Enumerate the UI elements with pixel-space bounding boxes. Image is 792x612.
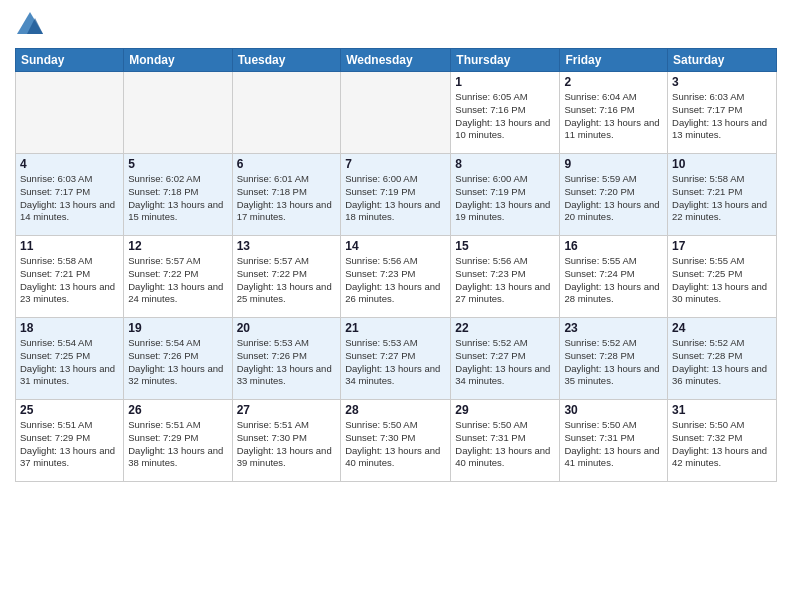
calendar-cell: 6Sunrise: 6:01 AMSunset: 7:18 PMDaylight… bbox=[232, 154, 341, 236]
day-info: Sunrise: 5:57 AMSunset: 7:22 PMDaylight:… bbox=[237, 255, 337, 306]
day-info: Sunrise: 5:51 AMSunset: 7:29 PMDaylight:… bbox=[20, 419, 119, 470]
calendar-cell: 26Sunrise: 5:51 AMSunset: 7:29 PMDayligh… bbox=[124, 400, 232, 482]
day-header-sunday: Sunday bbox=[16, 49, 124, 72]
day-number: 12 bbox=[128, 239, 227, 253]
calendar-cell: 24Sunrise: 5:52 AMSunset: 7:28 PMDayligh… bbox=[668, 318, 777, 400]
calendar-cell: 3Sunrise: 6:03 AMSunset: 7:17 PMDaylight… bbox=[668, 72, 777, 154]
day-number: 20 bbox=[237, 321, 337, 335]
day-number: 21 bbox=[345, 321, 446, 335]
calendar-table: SundayMondayTuesdayWednesdayThursdayFrid… bbox=[15, 48, 777, 482]
day-info: Sunrise: 5:53 AMSunset: 7:26 PMDaylight:… bbox=[237, 337, 337, 388]
day-info: Sunrise: 5:52 AMSunset: 7:28 PMDaylight:… bbox=[564, 337, 663, 388]
day-number: 8 bbox=[455, 157, 555, 171]
day-number: 3 bbox=[672, 75, 772, 89]
day-number: 6 bbox=[237, 157, 337, 171]
calendar-cell: 17Sunrise: 5:55 AMSunset: 7:25 PMDayligh… bbox=[668, 236, 777, 318]
day-number: 31 bbox=[672, 403, 772, 417]
calendar-cell: 16Sunrise: 5:55 AMSunset: 7:24 PMDayligh… bbox=[560, 236, 668, 318]
day-number: 28 bbox=[345, 403, 446, 417]
day-info: Sunrise: 5:51 AMSunset: 7:29 PMDaylight:… bbox=[128, 419, 227, 470]
day-info: Sunrise: 6:01 AMSunset: 7:18 PMDaylight:… bbox=[237, 173, 337, 224]
day-number: 1 bbox=[455, 75, 555, 89]
calendar-cell: 27Sunrise: 5:51 AMSunset: 7:30 PMDayligh… bbox=[232, 400, 341, 482]
calendar-cell bbox=[124, 72, 232, 154]
logo bbox=[15, 10, 49, 40]
calendar-cell: 11Sunrise: 5:58 AMSunset: 7:21 PMDayligh… bbox=[16, 236, 124, 318]
day-info: Sunrise: 5:56 AMSunset: 7:23 PMDaylight:… bbox=[455, 255, 555, 306]
day-info: Sunrise: 6:05 AMSunset: 7:16 PMDaylight:… bbox=[455, 91, 555, 142]
calendar-cell: 1Sunrise: 6:05 AMSunset: 7:16 PMDaylight… bbox=[451, 72, 560, 154]
day-number: 23 bbox=[564, 321, 663, 335]
calendar-cell: 13Sunrise: 5:57 AMSunset: 7:22 PMDayligh… bbox=[232, 236, 341, 318]
day-info: Sunrise: 5:50 AMSunset: 7:32 PMDaylight:… bbox=[672, 419, 772, 470]
day-info: Sunrise: 6:03 AMSunset: 7:17 PMDaylight:… bbox=[672, 91, 772, 142]
day-number: 10 bbox=[672, 157, 772, 171]
calendar-cell: 20Sunrise: 5:53 AMSunset: 7:26 PMDayligh… bbox=[232, 318, 341, 400]
calendar-week-1: 1Sunrise: 6:05 AMSunset: 7:16 PMDaylight… bbox=[16, 72, 777, 154]
day-number: 30 bbox=[564, 403, 663, 417]
calendar-cell: 9Sunrise: 5:59 AMSunset: 7:20 PMDaylight… bbox=[560, 154, 668, 236]
calendar-cell: 30Sunrise: 5:50 AMSunset: 7:31 PMDayligh… bbox=[560, 400, 668, 482]
logo-icon bbox=[15, 10, 45, 40]
day-number: 22 bbox=[455, 321, 555, 335]
header-row: SundayMondayTuesdayWednesdayThursdayFrid… bbox=[16, 49, 777, 72]
calendar-cell: 21Sunrise: 5:53 AMSunset: 7:27 PMDayligh… bbox=[341, 318, 451, 400]
calendar-cell: 2Sunrise: 6:04 AMSunset: 7:16 PMDaylight… bbox=[560, 72, 668, 154]
calendar-week-5: 25Sunrise: 5:51 AMSunset: 7:29 PMDayligh… bbox=[16, 400, 777, 482]
day-info: Sunrise: 5:59 AMSunset: 7:20 PMDaylight:… bbox=[564, 173, 663, 224]
calendar-week-2: 4Sunrise: 6:03 AMSunset: 7:17 PMDaylight… bbox=[16, 154, 777, 236]
day-number: 24 bbox=[672, 321, 772, 335]
day-number: 13 bbox=[237, 239, 337, 253]
day-header-monday: Monday bbox=[124, 49, 232, 72]
calendar-week-3: 11Sunrise: 5:58 AMSunset: 7:21 PMDayligh… bbox=[16, 236, 777, 318]
day-number: 19 bbox=[128, 321, 227, 335]
calendar-cell: 18Sunrise: 5:54 AMSunset: 7:25 PMDayligh… bbox=[16, 318, 124, 400]
day-number: 16 bbox=[564, 239, 663, 253]
day-info: Sunrise: 6:00 AMSunset: 7:19 PMDaylight:… bbox=[345, 173, 446, 224]
day-number: 29 bbox=[455, 403, 555, 417]
day-number: 26 bbox=[128, 403, 227, 417]
day-number: 18 bbox=[20, 321, 119, 335]
day-info: Sunrise: 5:53 AMSunset: 7:27 PMDaylight:… bbox=[345, 337, 446, 388]
day-info: Sunrise: 5:56 AMSunset: 7:23 PMDaylight:… bbox=[345, 255, 446, 306]
day-info: Sunrise: 6:03 AMSunset: 7:17 PMDaylight:… bbox=[20, 173, 119, 224]
day-info: Sunrise: 6:00 AMSunset: 7:19 PMDaylight:… bbox=[455, 173, 555, 224]
calendar-week-4: 18Sunrise: 5:54 AMSunset: 7:25 PMDayligh… bbox=[16, 318, 777, 400]
day-number: 5 bbox=[128, 157, 227, 171]
calendar-cell bbox=[341, 72, 451, 154]
day-number: 27 bbox=[237, 403, 337, 417]
calendar-cell bbox=[16, 72, 124, 154]
day-info: Sunrise: 5:55 AMSunset: 7:24 PMDaylight:… bbox=[564, 255, 663, 306]
calendar-cell: 22Sunrise: 5:52 AMSunset: 7:27 PMDayligh… bbox=[451, 318, 560, 400]
day-number: 9 bbox=[564, 157, 663, 171]
day-info: Sunrise: 5:52 AMSunset: 7:28 PMDaylight:… bbox=[672, 337, 772, 388]
day-number: 17 bbox=[672, 239, 772, 253]
calendar-cell: 23Sunrise: 5:52 AMSunset: 7:28 PMDayligh… bbox=[560, 318, 668, 400]
day-header-saturday: Saturday bbox=[668, 49, 777, 72]
day-info: Sunrise: 5:52 AMSunset: 7:27 PMDaylight:… bbox=[455, 337, 555, 388]
day-info: Sunrise: 5:50 AMSunset: 7:31 PMDaylight:… bbox=[564, 419, 663, 470]
day-info: Sunrise: 5:50 AMSunset: 7:30 PMDaylight:… bbox=[345, 419, 446, 470]
calendar-cell: 15Sunrise: 5:56 AMSunset: 7:23 PMDayligh… bbox=[451, 236, 560, 318]
day-number: 11 bbox=[20, 239, 119, 253]
calendar-cell: 12Sunrise: 5:57 AMSunset: 7:22 PMDayligh… bbox=[124, 236, 232, 318]
calendar-cell: 31Sunrise: 5:50 AMSunset: 7:32 PMDayligh… bbox=[668, 400, 777, 482]
day-number: 4 bbox=[20, 157, 119, 171]
day-header-tuesday: Tuesday bbox=[232, 49, 341, 72]
calendar-cell: 4Sunrise: 6:03 AMSunset: 7:17 PMDaylight… bbox=[16, 154, 124, 236]
day-info: Sunrise: 5:58 AMSunset: 7:21 PMDaylight:… bbox=[20, 255, 119, 306]
calendar-cell: 10Sunrise: 5:58 AMSunset: 7:21 PMDayligh… bbox=[668, 154, 777, 236]
day-info: Sunrise: 6:02 AMSunset: 7:18 PMDaylight:… bbox=[128, 173, 227, 224]
day-info: Sunrise: 5:50 AMSunset: 7:31 PMDaylight:… bbox=[455, 419, 555, 470]
day-number: 15 bbox=[455, 239, 555, 253]
day-info: Sunrise: 5:57 AMSunset: 7:22 PMDaylight:… bbox=[128, 255, 227, 306]
day-header-friday: Friday bbox=[560, 49, 668, 72]
day-number: 25 bbox=[20, 403, 119, 417]
day-header-thursday: Thursday bbox=[451, 49, 560, 72]
day-info: Sunrise: 5:54 AMSunset: 7:25 PMDaylight:… bbox=[20, 337, 119, 388]
calendar-cell: 14Sunrise: 5:56 AMSunset: 7:23 PMDayligh… bbox=[341, 236, 451, 318]
calendar-cell bbox=[232, 72, 341, 154]
calendar-cell: 29Sunrise: 5:50 AMSunset: 7:31 PMDayligh… bbox=[451, 400, 560, 482]
day-info: Sunrise: 5:58 AMSunset: 7:21 PMDaylight:… bbox=[672, 173, 772, 224]
day-header-wednesday: Wednesday bbox=[341, 49, 451, 72]
